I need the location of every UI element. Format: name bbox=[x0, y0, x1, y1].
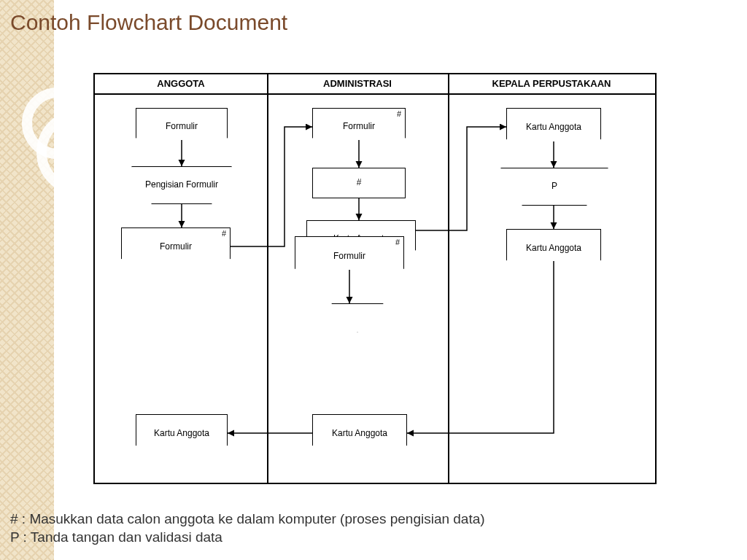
lane-header-anggota: ANGGOTA bbox=[95, 74, 267, 95]
lane-divider bbox=[267, 74, 268, 483]
node-label: Kartu Anggota bbox=[151, 427, 212, 440]
hash-icon: # bbox=[395, 238, 400, 246]
doc-anggota-kartu: Kartu Anggota bbox=[136, 414, 228, 454]
legend-p: P : Tanda tangan dan validasi data bbox=[10, 529, 485, 547]
node-label: P bbox=[549, 180, 560, 192]
node-label: Formulir bbox=[330, 250, 368, 262]
node-label: # bbox=[354, 176, 365, 189]
hash-icon: # bbox=[222, 229, 226, 238]
doc-kepala-kartu-2: Kartu Anggota bbox=[506, 229, 601, 268]
manual-pengisian-formulir: Pengisian Formulir bbox=[131, 166, 232, 204]
hash-icon: # bbox=[397, 109, 401, 118]
node-label: Formulir bbox=[163, 120, 201, 133]
node-label: Pengisian Formulir bbox=[142, 179, 221, 191]
lane-header-kepala: KEPALA PERPUSTAKAAN bbox=[448, 74, 655, 95]
lane-header-administrasi: ADMINISTRASI bbox=[267, 74, 448, 95]
legend-hash: # : Masukkan data calon anggota ke dalam… bbox=[10, 510, 485, 529]
process-hash: # bbox=[312, 168, 406, 198]
slide-pattern bbox=[0, 0, 54, 560]
doc-anggota-formulir-1: Formulir bbox=[136, 108, 228, 146]
node-label: Formulir bbox=[157, 241, 195, 253]
doc-admin-kartu-bawah: Kartu Anggota bbox=[312, 414, 407, 454]
node-label: Formulir bbox=[340, 120, 378, 133]
doc-admin-formulir-2: Formulir # bbox=[295, 236, 404, 277]
merge-icon bbox=[331, 303, 384, 332]
node-label: Kartu Anggota bbox=[523, 242, 584, 254]
doc-admin-formulir-1: Formulir # bbox=[312, 108, 406, 146]
legend: # : Masukkan data calon anggota ke dalam… bbox=[10, 510, 485, 546]
doc-kepala-kartu-1: Kartu Anggota bbox=[506, 108, 601, 147]
flowchart-frame: ANGGOTA ADMINISTRASI KEPALA PERPUSTAKAAN… bbox=[93, 73, 657, 484]
lane-divider bbox=[448, 74, 449, 483]
doc-anggota-formulir-2: Formulir # bbox=[121, 228, 231, 267]
page-title: Contoh Flowchart Document bbox=[10, 10, 287, 35]
node-label: Kartu Anggota bbox=[329, 427, 390, 440]
manual-p: P bbox=[500, 168, 608, 206]
node-label: Kartu Anggota bbox=[523, 121, 584, 133]
